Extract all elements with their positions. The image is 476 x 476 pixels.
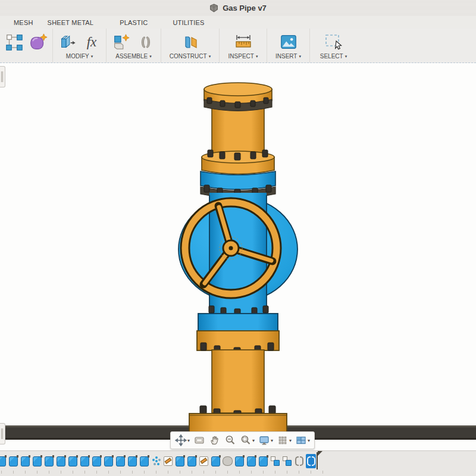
construct-dropdown[interactable]: CONSTRUCT▾ xyxy=(170,53,211,60)
joint-icon[interactable] xyxy=(136,32,156,52)
tab-plastic[interactable]: PLASTIC xyxy=(120,19,148,26)
timeline-tick xyxy=(275,471,275,474)
create-form-icon[interactable] xyxy=(29,32,49,52)
tab-utilities[interactable]: UTILITIES xyxy=(173,19,204,26)
select-dropdown[interactable]: SELECT▾ xyxy=(320,53,347,60)
browser-panel-handle[interactable] xyxy=(0,66,5,87)
timeline-tick xyxy=(192,471,192,474)
pipe-bottom-section[interactable] xyxy=(189,306,287,441)
grid-and-snaps-icon[interactable]: ▾ xyxy=(275,433,293,448)
select-box-icon[interactable] xyxy=(324,32,344,52)
design-history-timeline xyxy=(0,450,476,476)
timeline-feature-joint-selected[interactable] xyxy=(306,454,316,468)
timeline-feature-extrude[interactable] xyxy=(234,454,245,468)
timeline-tick xyxy=(84,471,85,474)
assemble-dropdown[interactable]: ASSEMBLE▾ xyxy=(115,53,151,60)
timeline-feature-sketch[interactable] xyxy=(163,454,173,468)
document-title: Gas Pipe v7 xyxy=(223,4,267,12)
timeline-feature-extrude[interactable] xyxy=(8,454,18,468)
timeline-feature-extrude[interactable] xyxy=(139,454,149,468)
timeline-tick xyxy=(144,471,145,474)
timeline-feature-joint[interactable] xyxy=(294,454,304,468)
timeline-feature-extrude[interactable] xyxy=(127,454,137,468)
timeline-tick xyxy=(299,471,299,474)
toolbar-group-assemble: ASSEMBLE▾ xyxy=(106,29,161,62)
timeline-feature-circular-pattern[interactable] xyxy=(151,454,161,468)
modify-dropdown[interactable]: MODIFY▾ xyxy=(66,53,93,60)
toolbar-group-inspect: INSPECT▾ xyxy=(219,29,267,62)
timeline-feature-extrude[interactable] xyxy=(115,454,126,468)
inspect-dropdown[interactable]: INSPECT▾ xyxy=(228,53,258,60)
insert-dropdown[interactable]: INSERT▾ xyxy=(275,53,301,60)
timeline-tick xyxy=(132,471,133,474)
parameters-fx-icon[interactable]: fx xyxy=(82,32,102,52)
timeline-feature-sketch[interactable] xyxy=(199,454,209,468)
timeline-feature-extrude[interactable] xyxy=(187,454,197,468)
ribbon-tabs: MESH SHEET METAL PLASTIC UTILITIES xyxy=(0,16,476,29)
insert-image-icon[interactable] xyxy=(278,32,299,52)
timeline-feature-extrude[interactable] xyxy=(104,454,114,468)
timeline-tick xyxy=(322,471,323,474)
3d-canvas[interactable]: ▾ ▾ xyxy=(0,63,476,450)
timeline-tick xyxy=(251,471,252,474)
timeline-tick xyxy=(239,471,240,474)
timeline-items xyxy=(0,453,476,469)
comments-panel-handle[interactable] xyxy=(0,423,5,444)
timeline-tick xyxy=(203,471,204,474)
timeline-tick xyxy=(156,471,156,474)
timeline-feature-component[interactable] xyxy=(282,454,292,468)
chevron-down-icon: ▾ xyxy=(252,438,255,443)
new-component-icon[interactable] xyxy=(111,32,131,52)
toolbar-group-insert: INSERT▾ xyxy=(267,29,309,62)
measure-icon[interactable] xyxy=(233,32,253,52)
timeline-feature-extrude[interactable] xyxy=(92,454,102,468)
timeline-tick xyxy=(73,471,73,474)
pan-icon[interactable] xyxy=(207,433,223,448)
timeline-tick xyxy=(227,471,228,474)
timeline-feature-extrude[interactable] xyxy=(32,454,42,468)
chevron-down-icon: ▾ xyxy=(299,54,301,58)
timeline-feature-form[interactable] xyxy=(223,454,233,468)
timeline-tick xyxy=(1,471,2,474)
chevron-down-icon: ▾ xyxy=(209,54,211,58)
timeline-feature-extrude[interactable] xyxy=(68,454,78,468)
document-cube-icon xyxy=(209,4,218,12)
pipe-top-section[interactable] xyxy=(204,83,272,157)
timeline-tick xyxy=(108,471,109,474)
timeline-ticks xyxy=(1,471,476,474)
chevron-down-icon: ▾ xyxy=(149,54,152,58)
timeline-feature-extrude[interactable] xyxy=(80,454,90,468)
display-settings-icon[interactable]: ▾ xyxy=(256,433,275,448)
timeline-tick xyxy=(120,471,121,474)
toolbar-group-form xyxy=(0,29,52,62)
timeline-feature-extrude[interactable] xyxy=(258,454,268,468)
timeline-tick xyxy=(96,471,97,474)
ribbon-toolbar: fx MODIFY▾ xyxy=(0,29,476,63)
tab-mesh[interactable]: MESH xyxy=(14,19,33,26)
timeline-feature-extrude[interactable] xyxy=(0,454,7,468)
timeline-tick xyxy=(25,471,26,474)
orbit-icon[interactable]: ▾ xyxy=(173,433,192,448)
timeline-feature-extrude[interactable] xyxy=(20,454,30,468)
timeline-feature-extrude[interactable] xyxy=(44,454,54,468)
timeline-tick xyxy=(61,471,61,474)
app-header: Gas Pipe v7 MESH SHEET METAL PLASTIC UTI… xyxy=(0,0,476,63)
timeline-feature-extrude[interactable] xyxy=(246,454,256,468)
zoom-fit-icon[interactable]: ▾ xyxy=(238,433,256,448)
timeline-tick xyxy=(287,471,287,474)
timeline-tick xyxy=(263,471,264,474)
timeline-feature-extrude[interactable] xyxy=(211,454,221,468)
look-at-icon[interactable] xyxy=(192,433,207,448)
timeline-feature-extrude[interactable] xyxy=(175,454,185,468)
viewports-icon[interactable]: ▾ xyxy=(293,433,312,448)
timeline-feature-component[interactable] xyxy=(270,454,280,468)
edit-form-icon[interactable] xyxy=(4,32,24,52)
timeline-tick xyxy=(13,471,14,474)
press-pull-icon[interactable] xyxy=(57,32,77,52)
zoom-icon[interactable] xyxy=(223,433,238,448)
chevron-down-icon: ▾ xyxy=(289,438,292,443)
construction-plane-icon[interactable] xyxy=(180,32,201,52)
gas-pipe-valve-model[interactable] xyxy=(0,63,476,450)
timeline-feature-extrude[interactable] xyxy=(56,454,66,468)
tab-sheet-metal[interactable]: SHEET METAL xyxy=(48,19,94,26)
